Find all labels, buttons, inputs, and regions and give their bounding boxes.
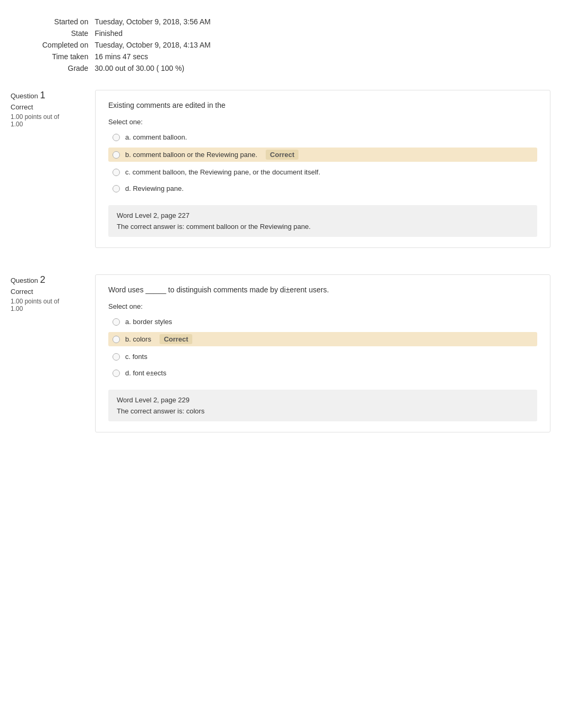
question-status: Correct [11, 103, 85, 111]
completed-on-value: Tuesday, October 9, 2018, 4:13 AM [95, 39, 217, 51]
question-status: Correct [11, 288, 85, 296]
question-sidebar-2: Question 2 Correct 1.00 points out of1.0… [11, 274, 95, 432]
option-row-b[interactable]: b. colorsCorrect [108, 332, 537, 346]
question-points: 1.00 points out of1.00 [11, 298, 85, 312]
option-row-c[interactable]: c. comment balloon, the Reviewing pane, … [108, 166, 537, 178]
feedback-area-2: Word Level 2, page 229The correct answer… [108, 390, 537, 421]
question-content-1: Existing comments are edited in theSelec… [95, 90, 550, 248]
radio-d[interactable] [113, 370, 120, 377]
radio-c[interactable] [113, 169, 120, 176]
correct-badge-b: Correct [266, 150, 298, 160]
question-word: Question [11, 92, 40, 100]
time-taken-value: 16 mins 47 secs [95, 51, 217, 62]
radio-d[interactable] [113, 185, 120, 192]
grade-value: 30.00 out of 30.00 ( 100 %) [95, 62, 217, 74]
correct-badge-b: Correct [160, 334, 192, 344]
state-label: State [42, 27, 95, 39]
select-one-label: Select one: [108, 118, 537, 126]
option-row-d[interactable]: d. font e±ects [108, 367, 537, 379]
option-text-b: b. comment balloon or the Reviewing pane… [125, 151, 257, 159]
radio-a[interactable] [113, 318, 120, 326]
questions-container: Question 1 Correct 1.00 points out of1.0… [11, 90, 550, 432]
reference: Word Level 2, page 227 [117, 211, 529, 219]
select-one-label: Select one: [108, 302, 537, 310]
question-content-2: Word uses _____ to distinguish comments … [95, 274, 550, 432]
radio-b[interactable] [113, 336, 120, 343]
option-row-a[interactable]: a. comment balloon. [108, 131, 537, 143]
started-on-label: Started on [42, 16, 95, 27]
reference: Word Level 2, page 229 [117, 396, 529, 404]
question-sidebar-1: Question 1 Correct 1.00 points out of1.0… [11, 90, 95, 248]
option-row-c[interactable]: c. fonts [108, 351, 537, 363]
option-text-a: a. comment balloon. [125, 133, 187, 141]
option-row-d[interactable]: d. Reviewing pane. [108, 182, 537, 195]
question-text: Word uses _____ to distinguish comments … [108, 285, 537, 294]
time-taken-label: Time taken [42, 51, 95, 62]
question-text: Existing comments are edited in the [108, 101, 537, 109]
info-table: Started on Tuesday, October 9, 2018, 3:5… [42, 16, 550, 74]
radio-b[interactable] [113, 151, 120, 159]
question-word: Question [11, 277, 40, 284]
question-points: 1.00 points out of1.00 [11, 113, 85, 128]
option-row-a[interactable]: a. border styles [108, 316, 537, 328]
grade-label: Grade [42, 62, 95, 74]
started-on-value: Tuesday, October 9, 2018, 3:56 AM [95, 16, 217, 27]
question-label: Question 2 [11, 274, 85, 285]
question-label: Question 1 [11, 90, 85, 101]
radio-a[interactable] [113, 134, 120, 141]
question-number: 2 [40, 274, 45, 285]
radio-c[interactable] [113, 353, 120, 361]
option-text-b: b. colors [125, 335, 151, 343]
option-row-b[interactable]: b. comment balloon or the Reviewing pane… [108, 148, 537, 162]
question-block-1: Question 1 Correct 1.00 points out of1.0… [11, 90, 550, 248]
completed-on-label: Completed on [42, 39, 95, 51]
state-value: Finished [95, 27, 217, 39]
option-text-d: d. Reviewing pane. [125, 185, 184, 192]
feedback-area-1: Word Level 2, page 227The correct answer… [108, 205, 537, 237]
correct-answer-text: The correct answer is: colors [117, 407, 529, 415]
question-number: 1 [40, 90, 45, 100]
option-text-a: a. border styles [125, 318, 172, 326]
correct-answer-text: The correct answer is: comment balloon o… [117, 223, 529, 231]
question-block-2: Question 2 Correct 1.00 points out of1.0… [11, 274, 550, 432]
option-text-d: d. font e±ects [125, 369, 166, 377]
option-text-c: c. comment balloon, the Reviewing pane, … [125, 168, 320, 176]
option-text-c: c. fonts [125, 353, 147, 361]
